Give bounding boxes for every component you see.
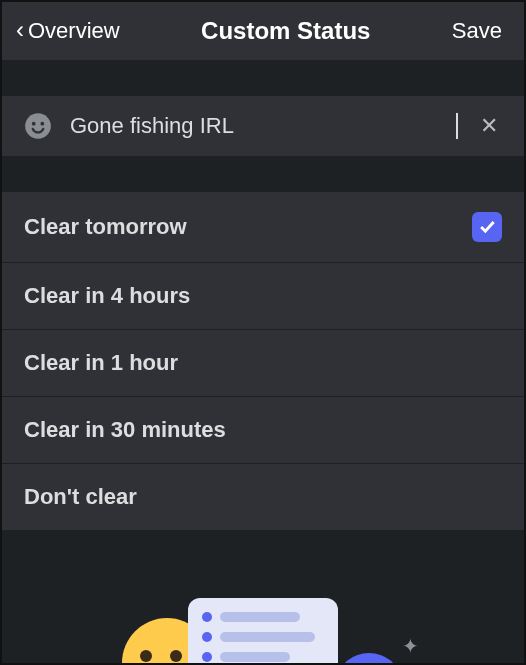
sparkle-icon: ✦ [402, 634, 419, 658]
save-button[interactable]: Save [452, 18, 502, 44]
emoji-picker-button[interactable] [24, 112, 52, 140]
back-label: Overview [28, 18, 120, 44]
blob-graphic [339, 653, 399, 665]
clear-after-options: Clear tomorrow Clear in 4 hours Clear in… [2, 192, 524, 530]
option-label: Don't clear [24, 484, 137, 510]
back-button[interactable]: ‹ Overview [16, 18, 120, 44]
option-clear-tomorrow[interactable]: Clear tomorrow [2, 192, 524, 263]
clear-input-button[interactable]: ✕ [476, 113, 502, 139]
option-label: Clear in 4 hours [24, 283, 190, 309]
footer-illustration: ✦ [2, 573, 524, 665]
spacer [2, 530, 524, 570]
smile-icon [24, 112, 52, 140]
option-label: Clear in 30 minutes [24, 417, 226, 443]
text-caret [456, 113, 458, 139]
status-input-row: Gone fishing IRL ✕ [2, 96, 524, 156]
status-text: Gone fishing IRL [70, 113, 454, 139]
checkmark-icon [472, 212, 502, 242]
status-card-graphic [188, 598, 338, 665]
option-dont-clear[interactable]: Don't clear [2, 464, 524, 530]
spacer [2, 156, 524, 192]
option-label: Clear tomorrow [24, 214, 187, 240]
header: ‹ Overview Custom Status Save [2, 2, 524, 60]
option-clear-30-minutes[interactable]: Clear in 30 minutes [2, 397, 524, 464]
svg-point-1 [32, 122, 36, 126]
status-input[interactable]: Gone fishing IRL [70, 112, 458, 140]
chevron-left-icon: ‹ [16, 18, 24, 42]
option-label: Clear in 1 hour [24, 350, 178, 376]
option-clear-1-hour[interactable]: Clear in 1 hour [2, 330, 524, 397]
spacer [2, 60, 524, 96]
svg-point-0 [25, 113, 51, 139]
svg-point-2 [40, 122, 44, 126]
page-title: Custom Status [201, 17, 370, 45]
option-clear-4-hours[interactable]: Clear in 4 hours [2, 263, 524, 330]
